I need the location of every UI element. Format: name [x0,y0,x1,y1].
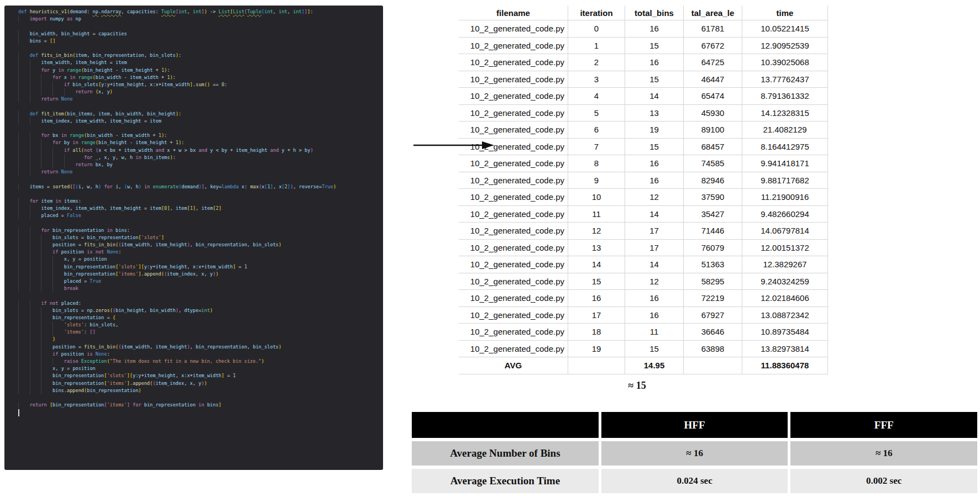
table-cell: 10_2_generated_code.py [459,290,568,307]
table-row: 10_2_generated_code.py18113664610.897354… [459,324,828,341]
table-cell: 76079 [684,239,742,256]
table-cell: 14 [625,256,684,273]
table-cell: 17 [625,223,684,240]
avg-time: 11.88360478 [742,357,828,374]
table-cell: 10_2_generated_code.py [459,155,568,172]
table-cell: 12.02184606 [742,290,828,307]
table-cell: 15 [625,71,684,88]
comparison-header-fff: FFF [790,412,977,438]
table-row: 10_2_generated_code.py2166472510.3902506… [459,54,828,71]
table-cell: 65474 [684,88,742,105]
table-cell: 11.21900916 [742,189,828,206]
avg-bins-row: Average Number of Bins ≈ 16 ≈ 16 [412,441,977,466]
table-cell: 67672 [684,37,742,54]
table-cell: 0 [568,20,625,38]
table-row: 10_2_generated_code.py10123759011.219009… [459,189,828,206]
table-cell: 16 [625,54,684,71]
table-cell: 19 [625,121,684,139]
table-cell: 14 [568,256,625,273]
table-row: 10_2_generated_code.py3154644713.7776243… [459,71,828,88]
table-row: 10_2_generated_code.py1114354279.4826602… [459,205,828,223]
table-cell: 13.77762437 [742,71,828,88]
table-cell: 6 [568,121,625,139]
column-header-filename: filename [459,6,568,20]
column-header-iteration: iteration [568,6,625,20]
table-cell: 46447 [684,71,742,88]
table-cell: 15 [625,138,684,155]
results-table: filename iteration total_bins tal_area_l… [459,6,828,374]
table-cell: 9.482660294 [742,205,828,223]
table-cell: 71446 [684,223,742,240]
table-row: 10_2_generated_code.py6198910021.4082129 [459,121,828,139]
code-content[interactable]: def heuristics_v1(demand: np.ndarray, ca… [18,8,381,409]
table-cell: 37590 [684,189,742,206]
table-cell: 14.06797814 [742,223,828,240]
table-cell: 11 [625,324,684,341]
avg-time-label: Average Execution Time [412,469,599,493]
table-cell: 64725 [684,54,742,71]
table-cell: 51363 [684,256,742,273]
table-cell: 10_2_generated_code.py [459,138,568,155]
table-cell: 16 [625,155,684,172]
table-cell: 10_2_generated_code.py [459,104,568,121]
table-cell: 8.164412975 [742,138,828,155]
table-cell: 9.240324259 [742,273,828,290]
table-cell: 7 [568,138,625,155]
avg-label: AVG [459,357,568,374]
table-cell: 68457 [684,138,742,155]
table-cell: 82946 [684,172,742,189]
table-cell: 8 [568,155,625,172]
table-cell: 10_2_generated_code.py [459,71,568,88]
approx-bins-note: ≈ 15 [605,380,669,392]
table-cell: 10_2_generated_code.py [459,20,568,38]
table-cell: 36646 [684,324,742,341]
table-cell: 10_2_generated_code.py [459,54,568,71]
table-cell: 10_2_generated_code.py [459,324,568,341]
table-cell: 10_2_generated_code.py [459,256,568,273]
avg-bins-fff: ≈ 16 [790,441,977,466]
table-cell: 10_2_generated_code.py [459,340,568,357]
table-cell: 16 [625,172,684,189]
table-cell: 8.791361332 [742,88,828,105]
table-cell: 10_2_generated_code.py [459,121,568,139]
table-cell: 10.39025068 [742,54,828,71]
table-row: 10_2_generated_code.py12177144614.067978… [459,223,828,240]
table-cell: 10_2_generated_code.py [459,239,568,256]
avg-time-hff: 0.024 sec [601,469,788,493]
table-cell: 12 [568,223,625,240]
table-cell: 10_2_generated_code.py [459,189,568,206]
table-cell: 1 [568,37,625,54]
avg-iteration [568,357,625,374]
table-row: 10_2_generated_code.py16167221912.021846… [459,290,828,307]
table-row: 10_2_generated_code.py414654748.79136133… [459,88,828,105]
avg-time-row: Average Execution Time 0.024 sec 0.002 s… [412,469,977,493]
table-row: 10_2_generated_code.py0166178110.0522141… [459,20,828,38]
table-cell: 17 [625,239,684,256]
table-cell: 14 [625,205,684,223]
table-cell: 16 [625,290,684,307]
avg-tal-area-le [684,357,742,374]
table-cell: 10_2_generated_code.py [459,88,568,105]
table-cell: 45930 [684,104,742,121]
table-cell: 15 [625,340,684,357]
avg-bins-hff: ≈ 16 [601,441,788,466]
table-cell: 10_2_generated_code.py [459,223,568,240]
text-cursor [18,409,19,416]
table-cell: 16 [568,290,625,307]
table-cell: 10.89735484 [742,324,828,341]
table-cell: 10_2_generated_code.py [459,273,568,290]
table-cell: 35427 [684,205,742,223]
table-row: 10_2_generated_code.py14145136312.382926… [459,256,828,273]
table-row: 10_2_generated_code.py715684578.16441297… [459,138,828,155]
column-header-tal-area-le: tal_area_le [684,6,742,20]
table-cell: 12.90952539 [742,37,828,54]
table-cell: 10.05221415 [742,20,828,38]
table-row: 10_2_generated_code.py1156767212.9095253… [459,37,828,54]
table-cell: 15 [625,37,684,54]
table-cell: 13.08872342 [742,306,828,324]
table-cell: 10_2_generated_code.py [459,205,568,223]
code-editor[interactable]: def heuristics_v1(demand: np.ndarray, ca… [4,6,383,470]
table-cell: 58295 [684,273,742,290]
table-cell: 21.4082129 [742,121,828,139]
results-table-body: 10_2_generated_code.py0166178110.0522141… [459,20,828,357]
